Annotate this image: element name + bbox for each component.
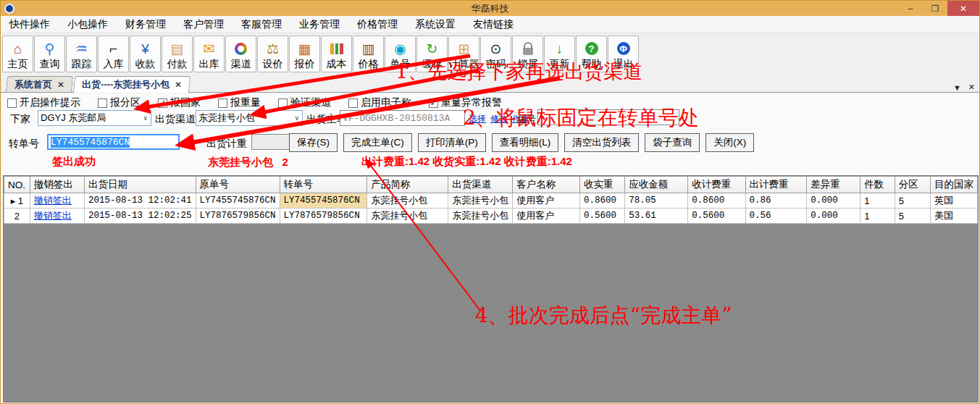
master-order-input[interactable]: VF-DGGHXB-20150813A — [340, 110, 465, 126]
close-form-button[interactable]: 关闭(X) — [705, 133, 754, 152]
tab-bar-right: ▼ ✕ — [953, 83, 979, 92]
maximize-button[interactable]: ❐ — [923, 1, 947, 16]
pay-button[interactable]: ▤付款 — [162, 35, 193, 72]
checkbox-icon[interactable] — [278, 98, 288, 108]
print-list-button[interactable]: 打印清单(P) — [418, 133, 486, 152]
downstream-label: 下家 — [10, 113, 30, 126]
transfer-number-input[interactable]: LY7455745876CN — [47, 134, 180, 150]
table-cell: 0.8600 — [688, 193, 745, 209]
save-button[interactable]: 保存(S) — [289, 133, 338, 152]
receive-payment-button[interactable]: ¥收款 — [130, 35, 161, 72]
tab-2[interactable]: 出货----东莞挂号小包✕ — [73, 76, 191, 93]
checkbox-label: 启用电子称 — [361, 96, 411, 109]
column-header-3[interactable]: 出货日期 — [85, 177, 196, 193]
column-header-13[interactable]: 差异重 — [807, 177, 860, 193]
bag-query-button[interactable]: 袋子查询 — [645, 133, 700, 152]
title-bar: 华磊科技 – ❐ ✕ — [1, 1, 979, 16]
checkbox-icon[interactable] — [7, 98, 17, 108]
checkbox-option-6[interactable]: 启用电子称 — [348, 96, 411, 109]
table-cell: 1 — [860, 209, 895, 224]
price-button[interactable]: ▥价格 — [353, 35, 384, 72]
menu-item-9[interactable]: 友情链接 — [464, 18, 522, 31]
menu-item-4[interactable]: 客户管理 — [175, 18, 233, 31]
tab-close-all-icon[interactable]: ✕ — [968, 83, 975, 92]
checkbox-icon[interactable]: ✓ — [158, 98, 167, 108]
column-header-7[interactable]: 出货渠道 — [448, 177, 513, 193]
column-header-4[interactable]: 原单号 — [196, 177, 280, 193]
checkbox-option-5[interactable]: 验证渠道 — [278, 96, 331, 109]
annotation-step4: 4、批次完成后点“完成主单” — [475, 302, 732, 329]
column-header-1[interactable]: NO. — [4, 177, 30, 193]
checkbox-option-1[interactable]: 开启操作提示 — [7, 96, 80, 109]
tab-close-icon[interactable]: ✕ — [175, 80, 182, 90]
tracking-label: 跟踪 — [72, 58, 92, 70]
undo-signout-link[interactable]: 撤销签出 — [34, 195, 72, 206]
cost-button[interactable]: 成本 — [321, 35, 352, 72]
home-button[interactable]: ⌂主页 — [2, 35, 33, 72]
table-row[interactable]: 2撤销签出2015-08-13 12:02:25LY7876579856CNLY… — [4, 209, 978, 224]
menu-item-6[interactable]: 业务管理 — [290, 18, 348, 31]
search-button[interactable]: ⚲查询 — [34, 35, 65, 72]
table-cell: 0.5600 — [688, 209, 745, 224]
quote-label: 报价 — [295, 58, 315, 70]
ship-weight-input[interactable] — [251, 134, 295, 150]
home-label: 主页 — [8, 58, 28, 70]
tracking-number-icon: ◉ — [394, 39, 406, 58]
table-cell: 英国 — [930, 193, 977, 209]
clear-ship-list-button[interactable]: 清空出货列表 — [564, 133, 639, 152]
menu-item-7[interactable]: 价格管理 — [348, 18, 406, 31]
complete-master-button[interactable]: 完成主单(C) — [343, 133, 412, 152]
column-header-8[interactable]: 客户名称 — [513, 177, 580, 193]
column-header-12[interactable]: 出计费重 — [745, 177, 807, 193]
column-header-15[interactable]: 分区 — [895, 177, 930, 193]
menu-item-3[interactable]: 财务管理 — [117, 18, 175, 31]
tracking-button[interactable]: ♒跟踪 — [66, 35, 97, 72]
cache-icon: ↻ — [427, 39, 438, 58]
table-cell: 0.56 — [745, 209, 807, 224]
checkbox-icon[interactable] — [218, 98, 227, 108]
column-header-9[interactable]: 收实重 — [579, 177, 624, 193]
inbound-icon: ⌐ — [109, 39, 117, 58]
column-header-10[interactable]: 应收金额 — [625, 177, 688, 193]
table-cell: 使用客户 — [513, 193, 580, 209]
table-cell: 53.61 — [625, 209, 688, 224]
menu-item-2[interactable]: 小包操作 — [59, 18, 117, 31]
channel-button[interactable]: 渠道 — [225, 35, 256, 72]
tab-close-icon[interactable]: ✕ — [57, 80, 64, 90]
column-header-14[interactable]: 件数 — [860, 177, 895, 193]
minimize-button[interactable]: – — [898, 1, 923, 16]
selected-text: LY7455745876CN — [51, 137, 130, 148]
undo-signout-link[interactable]: 撤销签出 — [34, 210, 72, 221]
table-row[interactable]: ▸ 1撤销签出2015-08-13 12:02:41LY7455745876CN… — [4, 193, 978, 209]
downstream-select[interactable]: DGYJ 东莞邮局 ∨ — [38, 110, 151, 126]
lock-screen-icon — [523, 39, 533, 58]
close-button[interactable]: ✕ — [947, 1, 979, 16]
table-cell: 5 — [895, 193, 930, 209]
channel-value: 东莞挂号小包 — [198, 111, 255, 125]
channel-select[interactable]: 东莞挂号小包 ∨ — [196, 110, 303, 126]
column-header-5[interactable]: 转单号 — [280, 177, 367, 193]
outbound-button[interactable]: ✉出库 — [193, 35, 225, 72]
checkbox-option-4[interactable]: 报重量 — [218, 96, 261, 109]
menu-item-5[interactable]: 客服管理 — [233, 18, 290, 31]
set-price-icon: ⚖ — [267, 39, 279, 58]
column-header-16[interactable]: 目的国家 — [930, 177, 977, 193]
view-detail-button[interactable]: 查看明细(L) — [492, 133, 559, 152]
inbound-button[interactable]: ⌐入库 — [98, 35, 129, 72]
checkbox-option-3[interactable]: ✓报国家 — [158, 96, 201, 109]
checkbox-icon[interactable]: ✓ — [429, 98, 438, 108]
menu-item-8[interactable]: 系统设置 — [406, 18, 464, 31]
tab-1[interactable]: 系统首页✕ — [6, 76, 73, 92]
menu-item-1[interactable]: 快件操作 — [1, 18, 59, 31]
checkbox-icon[interactable] — [348, 98, 358, 108]
checkbox-option-2[interactable]: 报分区 — [98, 96, 141, 109]
quote-button[interactable]: ▦报价 — [289, 35, 320, 72]
column-header-2[interactable]: 撤销签出 — [30, 177, 84, 193]
checkbox-icon[interactable] — [98, 98, 107, 108]
set-price-button[interactable]: ⚖设价 — [257, 35, 288, 72]
column-header-6[interactable]: 产品简称 — [367, 177, 448, 193]
tab-list-dropdown-icon[interactable]: ▼ — [953, 83, 961, 92]
quote-icon: ▦ — [298, 39, 311, 58]
row-number-cell: ▸ 1 — [4, 193, 30, 209]
column-header-11[interactable]: 收计费重 — [688, 177, 745, 193]
